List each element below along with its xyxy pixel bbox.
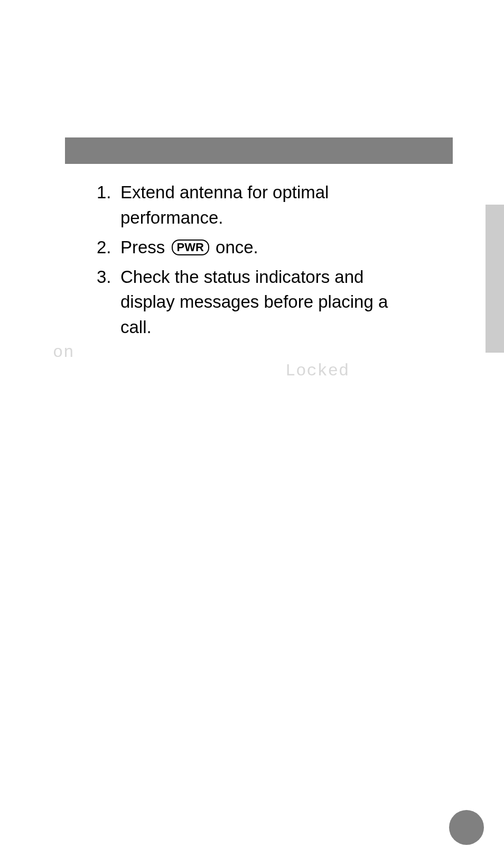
step-number: 3. bbox=[97, 264, 120, 341]
step-text-after: once. bbox=[211, 237, 258, 257]
step-text: Extend antenna for optimal performance. bbox=[120, 180, 419, 231]
side-tab bbox=[486, 205, 504, 353]
step-number: 1. bbox=[97, 180, 120, 231]
step-3: 3. Check the status indicators and displ… bbox=[97, 264, 419, 341]
step-text: Check the status indicators and display … bbox=[120, 264, 419, 341]
step-2: 2. Press PWR once. bbox=[97, 235, 419, 260]
header-bar bbox=[65, 137, 453, 164]
pwr-button-icon: PWR bbox=[172, 240, 209, 255]
step-1: 1. Extend antenna for optimal performanc… bbox=[97, 180, 419, 231]
step-text: Press PWR once. bbox=[120, 235, 419, 260]
faded-text-on: on bbox=[53, 343, 74, 362]
step-text-before: Press bbox=[120, 237, 170, 257]
faded-text-locked: Locked bbox=[285, 361, 349, 381]
step-number: 2. bbox=[97, 235, 120, 260]
instruction-list: 1. Extend antenna for optimal performanc… bbox=[97, 180, 419, 344]
page-number-circle bbox=[449, 810, 484, 845]
